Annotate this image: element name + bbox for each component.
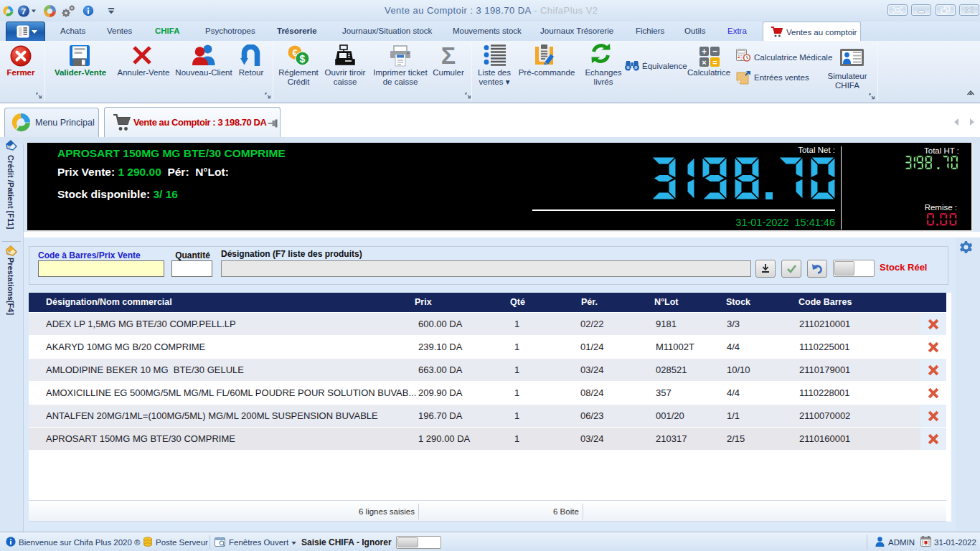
svg-text:×: × xyxy=(702,58,706,67)
svg-text:XD: XD xyxy=(630,67,635,72)
svg-text:$: $ xyxy=(300,53,306,65)
svg-text:+: + xyxy=(702,47,707,57)
svg-text:7: 7 xyxy=(22,7,26,16)
svg-text:Σ: Σ xyxy=(441,44,456,67)
svg-text:=: = xyxy=(712,58,717,67)
svg-text:–: – xyxy=(712,46,717,56)
